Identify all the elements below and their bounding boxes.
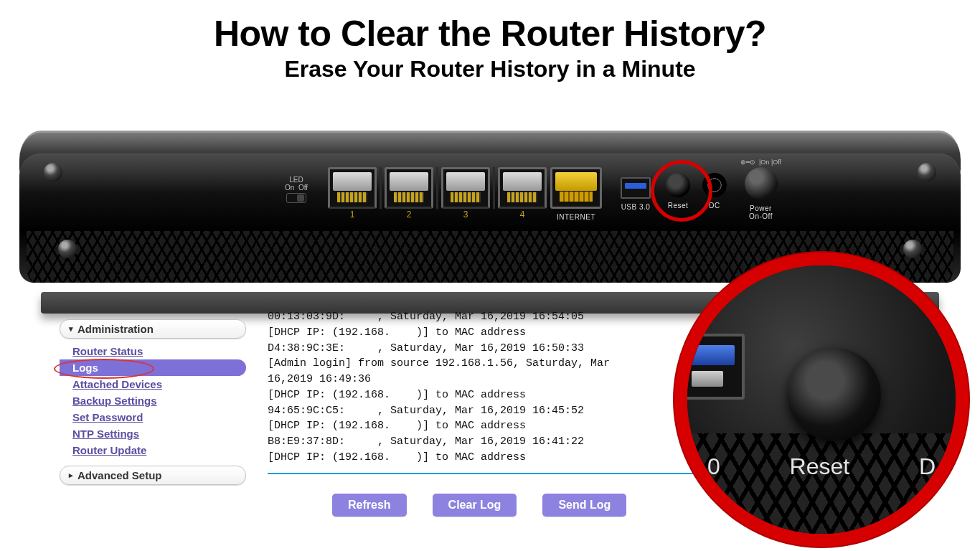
internet-label: INTERNET [550, 213, 602, 221]
ethernet-port-3: 3 [441, 167, 490, 209]
sidebar-item-backup-settings[interactable]: Backup Settings [70, 392, 246, 409]
sidebar-item-attached-devices[interactable]: Attached Devices [70, 376, 246, 392]
ethernet-port-2: 2 [385, 167, 433, 209]
section-label: Advanced Setup [77, 469, 162, 481]
log-output[interactable]: 00:13:03:9D: , Saturday, Mar 16,2019 16:… [268, 309, 698, 474]
led-switch: LED On Off [285, 176, 308, 203]
ethernet-port-1: 1 [328, 167, 377, 209]
sidebar-section-administration[interactable]: ▾ Administration [60, 319, 246, 339]
section-label: Administration [77, 323, 154, 335]
led-label: LED [289, 176, 303, 184]
internet-port: INTERNET [550, 167, 602, 221]
caret-right-icon: ▸ [69, 471, 73, 480]
usb-port-zoom [674, 334, 745, 400]
zoom-label-reset: Reset [790, 453, 850, 480]
ethernet-port-4: 4 [498, 167, 547, 209]
sidebar-section-advanced[interactable]: ▸ Advanced Setup [60, 466, 246, 485]
log-buttons: Refresh Clear Log Send Log [332, 494, 626, 517]
zoom-label-left: 0 [707, 453, 720, 480]
refresh-button[interactable]: Refresh [332, 494, 407, 517]
ethernet-ports: 1 2 3 4 [328, 167, 547, 209]
usb-port: USB 3.0 [621, 177, 651, 211]
caret-down-icon: ▾ [69, 324, 73, 334]
reset-hole-zoom [788, 348, 881, 441]
page-title: How to Clear the Router History? [0, 13, 980, 55]
sidebar-item-router-status[interactable]: Router Status [70, 343, 246, 359]
clear-log-button[interactable]: Clear Log [433, 494, 517, 517]
zoom-lens: 0 Reset D [674, 253, 969, 547]
sidebar-item-ntp-settings[interactable]: NTP Settings [70, 425, 246, 442]
screw-icon [903, 240, 922, 258]
led-on-label: On [285, 184, 294, 192]
screw-icon [44, 163, 62, 182]
usb-label: USB 3.0 [621, 203, 651, 211]
sidebar-item-router-update[interactable]: Router Update [70, 442, 246, 458]
sidebar-item-logs[interactable]: Logs [60, 359, 246, 376]
sidebar: ▾ Administration Router Status Logs Atta… [60, 319, 246, 488]
send-log-button[interactable]: Send Log [542, 494, 626, 517]
screw-icon [918, 163, 936, 182]
highlight-circle-icon [651, 160, 712, 222]
power-label: Power On-Off [740, 204, 781, 220]
led-off-label: Off [298, 184, 308, 192]
page-subtitle: Erase Your Router History in a Minute [0, 56, 980, 83]
zoom-label-right: D [919, 453, 936, 480]
screw-icon [58, 240, 77, 258]
power-button: ⊕━⊙ |On |Off Power On-Off [740, 159, 781, 220]
sidebar-item-set-password[interactable]: Set Password [70, 409, 246, 425]
sidebar-menu: Router Status Logs Attached Devices Back… [60, 342, 246, 466]
